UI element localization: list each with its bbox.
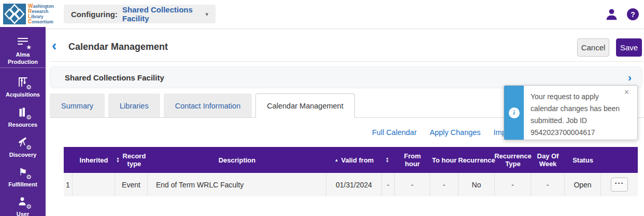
cancel-button[interactable]: Cancel <box>577 38 609 57</box>
toast-message: Your request to apply calendar changes h… <box>531 91 628 139</box>
back-button[interactable]: ‹ <box>52 38 56 53</box>
gear-icon: ⚙ <box>26 84 32 90</box>
header-inherited: Inherited <box>73 147 115 173</box>
calendar-table-header: Inherited ▲▼ Record type Description ▲ V… <box>64 147 638 173</box>
page-title: Calendar Management <box>68 42 168 52</box>
entity-panel-title: Shared Collections Facility <box>65 73 164 82</box>
sidebar-item-fulfillment[interactable]: ⚑ ⚙ Fulfillment <box>0 166 46 188</box>
help-icon[interactable]: ? <box>627 8 639 20</box>
cell-description: End of Term WRLC Faculty <box>148 173 326 196</box>
cell-to-hour: - <box>430 173 459 196</box>
tab-contact-information[interactable]: Contact Information <box>164 93 252 117</box>
ellipsis-icon: ··· <box>615 179 624 187</box>
table-actions-row: Full Calendar Apply Changes Import <box>372 128 515 137</box>
cell-recurrence: No <box>459 173 495 196</box>
cell-row-num: 1 <box>64 173 73 196</box>
wrlc-logo-icon <box>3 4 26 24</box>
save-button[interactable]: Save <box>616 38 642 57</box>
wrlc-logo-text: Washington Research Library Consortium <box>28 4 54 24</box>
gear-icon: ⚙ <box>26 174 32 180</box>
calendar-table: Inherited ▲▼ Record type Description ▲ V… <box>64 147 638 196</box>
tab-calendar-management[interactable]: Calendar Management <box>255 93 355 118</box>
gear-icon: ⚙ <box>26 114 32 120</box>
acquisitions-icon: ⚙ <box>16 76 30 88</box>
sidebar-item-acquisitions[interactable]: ⚙ Acquisitions <box>0 76 46 98</box>
sidebar-divider <box>0 68 46 68</box>
cell-valid-to: - <box>382 173 395 196</box>
top-bar: Washington Research Library Consortium C… <box>0 0 644 29</box>
toast-notification: i Your request to apply calendar changes… <box>504 85 638 140</box>
sort-icon: ▲▼ <box>385 157 389 163</box>
header-day-of-week: Day Of Week <box>531 147 565 173</box>
header-row-num <box>64 147 73 173</box>
header-valid-from[interactable]: ▲ Valid from <box>326 147 382 173</box>
table-row: 1 Event End of Term WRLC Faculty 01/31/2… <box>64 173 638 196</box>
header-description: Description <box>148 147 326 173</box>
cell-actions: ··· <box>601 173 638 196</box>
sidebar-item-resources[interactable]: ⚙ Resources <box>0 106 46 128</box>
cell-recurrence-type: - <box>495 173 531 196</box>
configuring-label: Configuring: <box>71 10 118 19</box>
sidebar-item-discovery[interactable]: ⚙ Discovery <box>0 136 46 158</box>
star-icon: ★ <box>26 44 32 50</box>
resources-icon: ⚙ <box>16 106 30 118</box>
cell-from-hour: - <box>395 173 430 196</box>
main-content: ‹ Calendar Management Cancel Save Shared… <box>46 29 644 216</box>
chevron-right-icon[interactable]: › <box>628 72 632 83</box>
cell-valid-from: 01/31/2024 <box>326 173 382 196</box>
user-account-icon[interactable] <box>605 7 619 21</box>
cell-record-type: Event <box>115 173 148 196</box>
wrlc-logo[interactable]: Washington Research Library Consortium <box>3 4 54 24</box>
cell-inherited <box>73 173 115 196</box>
gear-icon: ⚙ <box>26 144 32 151</box>
header-status: Status <box>565 147 601 173</box>
tab-libraries[interactable]: Libraries <box>108 93 160 117</box>
sidebar-item-alma-production[interactable]: ★ Alma Production <box>0 36 46 65</box>
user-management-icon: ⚙ <box>16 195 30 208</box>
header-record-type[interactable]: ▲▼ Record type <box>115 147 148 173</box>
configuring-bar: Configuring: Shared Collections Facility… <box>64 5 216 23</box>
configuring-scope-dropdown[interactable]: Shared Collections Facility ▾ <box>122 5 208 23</box>
header-actions <box>601 147 638 173</box>
header-from-hour: From hour <box>395 147 430 173</box>
header-divider <box>50 61 644 62</box>
sort-icon: ▲▼ <box>116 157 120 163</box>
sidebar-nav: ★ Alma Production ⚙ Acquisitions <box>0 27 46 216</box>
alma-production-icon: ★ <box>16 36 30 48</box>
row-actions-button[interactable]: ··· <box>611 178 628 192</box>
info-icon: i <box>509 107 520 118</box>
header-valid-to-sort[interactable]: ▲▼ <box>382 147 395 173</box>
sidebar-item-user-management[interactable]: ⚙ User Management <box>0 195 46 216</box>
close-icon[interactable]: ✕ <box>624 88 629 96</box>
cell-day-of-week: - <box>531 173 565 196</box>
tab-summary[interactable]: Summary <box>50 93 105 117</box>
gear-icon: ⚙ <box>26 204 32 210</box>
fulfillment-icon: ⚑ ⚙ <box>16 166 30 178</box>
header-to-hour: To hour <box>430 147 459 173</box>
toast-info-stripe: i <box>504 86 524 140</box>
sort-asc-icon: ▲ <box>335 156 339 164</box>
header-recurrence-type: Recurrence Type <box>495 147 531 173</box>
cell-status: Open <box>565 173 601 196</box>
full-calendar-link[interactable]: Full Calendar <box>372 128 417 137</box>
discovery-icon: ⚙ <box>16 136 30 148</box>
chevron-down-icon: ▾ <box>205 11 208 18</box>
apply-changes-link[interactable]: Apply Changes <box>430 128 480 137</box>
header-recurrence: Recurrence <box>459 147 495 173</box>
